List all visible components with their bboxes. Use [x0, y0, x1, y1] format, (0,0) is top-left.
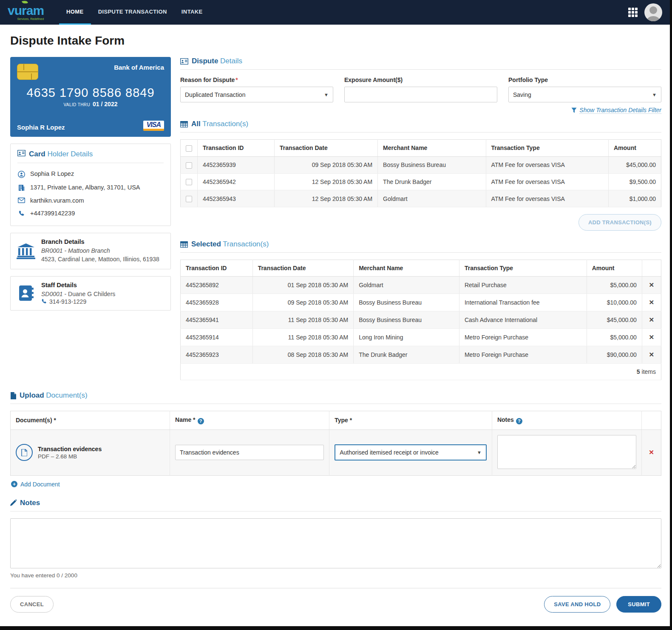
portfolio-type-select[interactable]: Saving▼ [508, 87, 661, 102]
table-row: 4452365928 09 Sep 2018 05:30 AM Bossy Bu… [181, 294, 661, 311]
apps-grid-icon[interactable] [628, 8, 638, 17]
delete-row-icon[interactable]: ✕ [642, 294, 661, 311]
nav-item-intake[interactable]: INTAKE [174, 0, 210, 25]
table-icon [180, 241, 188, 248]
help-icon[interactable]: ? [198, 418, 204, 424]
column-header: Document(s) * [11, 411, 170, 430]
branch-details-panel: Branch Details BR0001 - Mattoon Branch 4… [10, 233, 171, 269]
bank-icon [17, 243, 35, 259]
help-icon[interactable]: ? [516, 418, 522, 424]
branch-details-title: Branch Details [41, 238, 159, 245]
upload-documents-table: Document(s) * Name *? Type * Notes? [10, 411, 661, 476]
document-file-name: Transaction evidences [38, 446, 102, 452]
nav-item-dispute-transaction[interactable]: DISPUTE TRANSACTION [91, 0, 174, 25]
column-header: Transaction Date [274, 140, 377, 157]
phone-icon [17, 210, 25, 217]
column-header: Transaction Type [486, 140, 608, 157]
table-row: 4452365892 01 Sep 2018 05:30 AM Goldmart… [181, 277, 661, 294]
column-header: Name *? [170, 411, 329, 430]
document-name-input[interactable] [175, 445, 324, 460]
nav-item-home[interactable]: HOME [59, 0, 91, 25]
valid-thru-value: 01 / 2022 [93, 101, 117, 107]
column-header: Merchant Name [354, 260, 459, 277]
staff-phone-text: 314-913-1229 [49, 298, 86, 305]
id-card-icon [17, 150, 26, 158]
chevron-down-icon: ▼ [652, 92, 657, 97]
staff-details-panel: Staff Details SD0001 - Duane G Childers … [10, 276, 171, 311]
visa-logo: VISA [143, 121, 164, 131]
page-title: Dispute Intake Form [10, 34, 661, 48]
staff-details-title: Staff Details [41, 282, 115, 288]
upload-documents-header: Upload Document(s) [10, 391, 661, 404]
user-avatar[interactable] [644, 3, 662, 21]
exposure-amount-input[interactable] [344, 87, 497, 102]
document-type-select[interactable]: Authorised itemised receipt or invoice▼ [335, 444, 487, 460]
app-window: vuram Services, Redefined HOME DISPUTE T… [0, 0, 672, 630]
all-transactions-header: All Transaction(s) [180, 120, 661, 133]
table-row: 4452365941 11 Sep 2018 05:30 AM Bossy Bu… [181, 311, 661, 329]
select-all-checkbox[interactable] [186, 145, 192, 152]
left-sidebar: Bank of America 4635 1790 8586 8849 VALI… [10, 57, 171, 380]
valid-thru-label: VALID THRU [64, 102, 91, 107]
reason-for-dispute-label: Reason for Dispute* [180, 76, 333, 83]
nav-menu: HOME DISPUTE TRANSACTION INTAKE [59, 0, 210, 25]
footer-actions: CANCEL SAVE AND HOLD SUBMIT [0, 588, 670, 624]
row-checkbox[interactable] [186, 196, 192, 202]
file-icon[interactable] [16, 444, 33, 461]
card-holder-name: Sophia R Lopez [17, 124, 65, 131]
brand-part: vu [8, 4, 22, 17]
top-navbar: vuram Services, Redefined HOME DISPUTE T… [0, 0, 670, 25]
brand-tagline: Services, Redefined [17, 17, 44, 20]
chevron-down-icon: ▼ [324, 92, 329, 97]
address-book-icon [17, 285, 35, 302]
plus-icon: + [11, 481, 17, 487]
delete-document-icon[interactable]: ✕ [642, 429, 661, 475]
main-content: Dispute Details Reason for Dispute* Dupl… [180, 57, 661, 380]
delete-row-icon[interactable]: ✕ [642, 277, 661, 294]
notes-textarea[interactable] [10, 518, 661, 568]
envelope-icon [17, 198, 25, 203]
show-transaction-filter-link[interactable]: Show Transaction Details Filter [579, 107, 661, 114]
row-checkbox[interactable] [186, 179, 192, 185]
credit-card: Bank of America 4635 1790 8586 8849 VALI… [10, 57, 171, 137]
row-checkbox[interactable] [186, 162, 192, 169]
holder-name-row: Sophia R Lopez [17, 167, 164, 181]
card-validity: VALID THRU01 / 2022 [17, 101, 164, 107]
branch-address: 4523, Cardinal Lane, Mattoon, Illinios, … [41, 255, 159, 263]
character-counter: You have entered 0 / 2000 [10, 572, 661, 579]
transaction-filter-link-row: Show Transaction Details Filter [180, 107, 661, 114]
notes-header: Notes [10, 499, 661, 511]
delete-row-icon[interactable]: ✕ [642, 311, 661, 329]
cancel-button[interactable]: CANCEL [10, 596, 54, 613]
person-icon [17, 171, 25, 178]
filter-funnel-icon [571, 107, 577, 113]
document-row: Transaction evidences PDF – 2.68 MB Auth… [11, 429, 661, 475]
table-row: 4452365942 12 Sep 2018 05:30 AM The Drun… [181, 173, 661, 190]
save-and-hold-button[interactable]: SAVE AND HOLD [544, 596, 610, 613]
delete-row-icon[interactable]: ✕ [642, 346, 661, 364]
column-header: Merchant Name [378, 140, 486, 157]
table-row: 4452365923 08 Sep 2018 05:30 AM The Drun… [181, 346, 661, 364]
holder-email-text: karthikn.vuram.com [30, 197, 84, 204]
brand-part: r [22, 4, 26, 17]
card-bank-name: Bank of America [114, 64, 164, 71]
document-file-meta: PDF – 2.68 MB [38, 453, 102, 460]
branch-code-name: BR0001 - Mattoon Branch [41, 246, 159, 255]
table-icon [180, 121, 188, 127]
brand-logo[interactable]: vuram Services, Redefined [8, 4, 44, 20]
delete-row-icon[interactable]: ✕ [642, 329, 661, 346]
add-document-link[interactable]: + Add Document [11, 481, 661, 488]
document-icon [10, 392, 16, 399]
holder-phone-row: +447399142239 [17, 207, 164, 220]
add-transactions-button[interactable]: ADD TRANSACTION(S) [578, 214, 661, 231]
submit-button[interactable]: SUBMIT [616, 596, 661, 613]
column-header: Amount [587, 260, 642, 277]
all-transactions-table: Transaction ID Transaction Date Merchant… [180, 139, 661, 207]
holder-address-text: 1371, Private Lane, Albany, 31701, USA [30, 184, 140, 191]
reason-for-dispute-select[interactable]: Duplicated Transaction▼ [180, 87, 333, 102]
phone-icon [41, 299, 47, 304]
staff-phone-row: 314-913-1229 [41, 298, 115, 305]
document-notes-textarea[interactable] [497, 435, 636, 469]
card-chip-icon [17, 64, 38, 80]
holder-email-row: karthikn.vuram.com [17, 194, 164, 207]
